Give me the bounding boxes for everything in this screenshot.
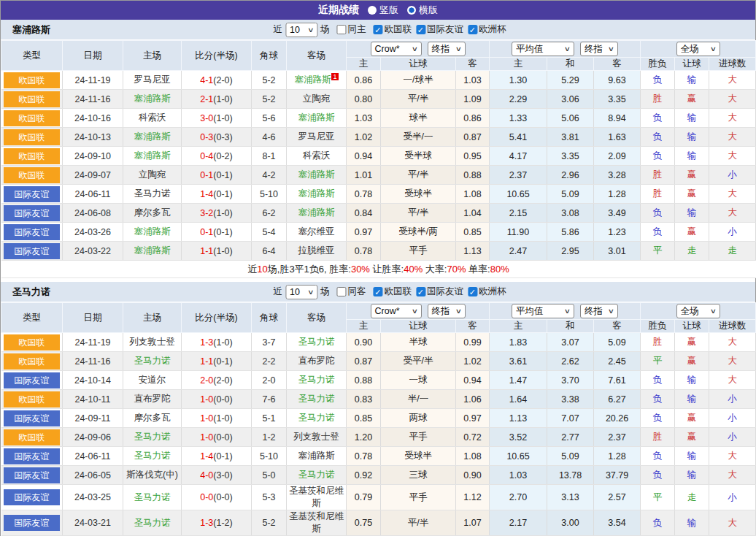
checkbox-unchecked-icon[interactable] [336,25,346,34]
col-header-score: 比分(半场) [182,303,252,333]
same-side-filter[interactable]: 同客 [336,286,366,298]
checkbox-checked-icon[interactable]: ✓ [468,25,477,34]
avg-away-odds: 1.28 [594,447,641,466]
match-count-select[interactable]: 10 ∨ [285,285,317,299]
same-side-filter[interactable]: 同主 [336,23,366,36]
away-team-name: 塞浦路斯 [294,75,331,85]
avg-home-odds: 10.65 [490,185,547,204]
odds-stage-select[interactable]: 终指 ∨ [428,42,466,56]
league-filter[interactable]: ✓欧国联 [373,23,412,36]
away-team-name: 塞浦路斯 [298,169,335,180]
handicap: 半/一 [381,390,456,409]
summary-segment: 近 [247,264,257,275]
fulltime-score: 1-1 [200,356,213,367]
handicap: 受球半/两 [381,223,456,242]
odds-away: 0.86 [456,109,490,128]
avg-stage-select[interactable]: 终指 ∨ [580,42,618,56]
col-header-avg-away: 客 [594,320,641,333]
league-filter[interactable]: ✓国际友谊 [416,23,463,36]
corner-score: 5-2 [252,510,287,536]
result-winloss: 胜 [641,428,675,447]
col-header-handicap: 让球 [381,320,456,333]
bookmaker-select[interactable]: Crow* ∨ [371,304,422,318]
league-type-cell: 欧国联 [1,428,63,447]
result-goals: 小 [709,485,756,510]
chevron-down-icon: ∨ [455,45,462,53]
score: 1-4(0-1) [182,447,252,466]
home-team: 圣马力诺 [123,428,182,447]
avg-draw-odds: 3.81 [547,128,594,147]
fulltime-score: 0-1 [200,170,213,180]
layout-radio-horizontal[interactable]: 横版 [407,4,438,17]
halftime-score: (0-0) [213,492,232,502]
checkbox-unchecked-icon[interactable] [336,287,346,296]
league-type-cell: 国际友谊 [1,204,63,223]
period-select[interactable]: 全场 ∨ [676,42,720,56]
odds-home: 0.78 [347,242,381,261]
results-table: 类型 日期 主场 比分(半场) 角球 客场 Crow* ∨ 终指 [1,302,756,536]
fulltime-score: 0-1 [200,227,213,237]
away-team-name: 立陶宛 [303,93,331,104]
handicap: 平手 [381,242,456,261]
halftime-score: (0-1) [213,189,232,199]
average-select[interactable]: 平均值 ∨ [512,42,574,56]
odds-stage-select[interactable]: 终指 ∨ [428,304,466,318]
league-badge: 国际友谊 [4,489,61,505]
checkbox-checked-icon[interactable]: ✓ [373,25,382,34]
league-badge: 国际友谊 [4,467,61,483]
summary-segment: 40% [404,264,423,275]
result-handicap: 赢 [675,409,709,428]
fulltime-score: 1-4 [200,451,213,462]
radio-checked-icon[interactable] [407,6,416,15]
league-type-cell: 欧国联 [1,147,63,166]
odds-away: 1.13 [456,242,490,261]
chevron-down-icon: ∨ [307,288,314,296]
avg-stage-select[interactable]: 终指 ∨ [580,304,618,318]
score: 3-2(1-0) [182,204,252,223]
fulltime-score: 2-0 [200,375,213,386]
league-filter[interactable]: ✓欧洲杯 [468,23,506,36]
league-filter[interactable]: ✓欧国联 [373,286,412,298]
chevron-down-icon: ∨ [564,45,571,53]
col-header-avg-draw: 和 [547,58,594,71]
chevron-down-icon: ∨ [412,45,418,53]
odds-away: 0.95 [456,147,490,166]
bookmaker-select[interactable]: Crow* ∨ [371,42,422,56]
team-header-bar: 圣马力诺 近 10 ∨ 场 同客 ✓欧国联✓国际友谊✓欧洲杯 [1,282,755,302]
league-type-cell: 欧国联 [1,128,63,147]
away-team: 塞浦路斯1 [287,71,347,90]
checkbox-checked-icon[interactable]: ✓ [416,25,425,34]
avg-draw-odds: 3.06 [547,90,594,109]
away-team: 圣马力诺 [287,390,347,409]
away-team-name: 圣马力诺 [298,413,335,423]
odds-away: 1.07 [456,510,490,536]
corner-score: 4-6 [252,128,287,147]
summary-segment: 70% [447,264,466,275]
result-winloss: 胜 [641,185,675,204]
match-date: 24-10-13 [63,128,123,147]
match-count-select[interactable]: 10 ∨ [285,23,317,37]
league-badge: 欧国联 [4,91,61,107]
radio-unchecked-icon[interactable] [368,6,377,15]
league-type-cell: 欧国联 [1,71,63,90]
checkbox-checked-icon[interactable]: ✓ [373,287,382,296]
league-badge: 国际友谊 [4,243,61,259]
checkbox-checked-icon[interactable]: ✓ [416,287,425,296]
layout-radio-vertical[interactable]: 竖版 [368,4,398,17]
result-goals: 小 [709,223,756,242]
table-row: 欧国联 24-10-13 塞浦路斯 0-3(0-3) 4-6 罗马尼亚 1.02… [1,128,756,147]
fulltime-score: 0-4 [200,151,213,161]
halftime-score: (2-0) [213,375,232,386]
league-filter[interactable]: ✓国际友谊 [416,286,463,298]
radio-horizontal-label: 横版 [419,4,438,17]
checkbox-checked-icon[interactable]: ✓ [468,287,477,296]
result-winloss: 胜 [641,333,675,352]
results-body: 欧国联 24-11-19 列支敦士登 1-3(1-0) 3-7 圣马力诺 0.9… [1,333,756,536]
league-filter[interactable]: ✓欧洲杯 [468,286,506,298]
average-select[interactable]: 平均值 ∨ [512,304,574,318]
score: 0-0(0-0) [182,485,252,510]
score: 1-0(1-0) [182,409,252,428]
period-select[interactable]: 全场 ∨ [676,304,720,318]
avg-away-odds: 5.09 [594,333,641,352]
result-handicap: 赢 [675,333,709,352]
